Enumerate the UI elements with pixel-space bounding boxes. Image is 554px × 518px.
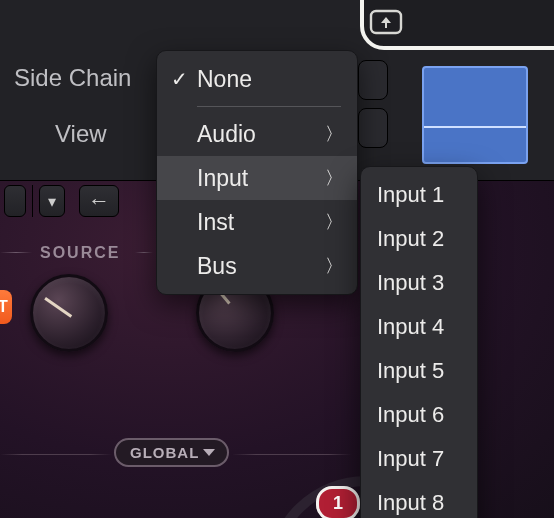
plugin-toolbar: ▾ ← [0, 181, 160, 221]
menu-item-label: None [197, 66, 252, 93]
preset-indicator[interactable]: 1 [316, 486, 360, 518]
view-label: View [55, 120, 107, 148]
submenu-item-label: Input 7 [377, 446, 444, 472]
submenu-item-label: Input 3 [377, 270, 444, 296]
side-chain-selector[interactable] [358, 60, 388, 100]
source-section-title: SOURCE [40, 244, 120, 262]
submenu-item-label: Input 2 [377, 226, 444, 252]
send-to-display-icon[interactable] [368, 8, 404, 36]
decor-line [0, 252, 32, 253]
chevron-down-icon [203, 449, 215, 456]
chevron-right-icon: 〉 [325, 254, 343, 278]
menu-separator [197, 106, 341, 107]
global-label: GLOBAL [130, 444, 199, 461]
submenu-item-input-1[interactable]: Input 1 [361, 173, 477, 217]
menu-item-label: Input [197, 165, 248, 192]
submenu-item-input-2[interactable]: Input 2 [361, 217, 477, 261]
input-submenu: Input 1 Input 2 Input 3 Input 4 Input 5 … [360, 166, 478, 518]
menu-item-none[interactable]: ✓ None [157, 57, 357, 101]
track-clip-region[interactable] [422, 66, 528, 164]
submenu-item-label: Input 6 [377, 402, 444, 428]
submenu-item-input-7[interactable]: Input 7 [361, 437, 477, 481]
toolbar-back-button[interactable]: ← [79, 185, 119, 217]
menu-item-input[interactable]: Input 〉 [157, 156, 357, 200]
view-selector[interactable] [358, 108, 388, 148]
menu-item-label: Audio [197, 121, 256, 148]
chevron-right-icon: 〉 [325, 122, 343, 146]
decor-line [135, 252, 153, 253]
menu-item-bus[interactable]: Bus 〉 [157, 244, 357, 288]
chevron-right-icon: 〉 [325, 210, 343, 234]
chevron-right-icon: 〉 [325, 166, 343, 190]
source-knob-1[interactable] [30, 274, 108, 352]
decor-line [0, 454, 112, 455]
menu-item-inst[interactable]: Inst 〉 [157, 200, 357, 244]
toolbar-more[interactable]: ▾ [39, 185, 65, 217]
menu-item-label: Bus [197, 253, 237, 280]
side-chain-label: Side Chain [14, 64, 131, 92]
menu-item-label: Inst [197, 209, 234, 236]
submenu-item-input-3[interactable]: Input 3 [361, 261, 477, 305]
global-dropdown[interactable]: GLOBAL [114, 438, 229, 467]
toolbar-separator [32, 185, 33, 217]
source-t-button[interactable]: T [0, 290, 12, 324]
submenu-item-input-6[interactable]: Input 6 [361, 393, 477, 437]
toolbar-dropdown[interactable] [4, 185, 26, 217]
submenu-item-input-5[interactable]: Input 5 [361, 349, 477, 393]
submenu-item-label: Input 4 [377, 314, 444, 340]
side-chain-menu: ✓ None Audio 〉 Input 〉 Inst 〉 Bus 〉 [156, 50, 358, 295]
decor-line [232, 454, 352, 455]
menu-item-audio[interactable]: Audio 〉 [157, 112, 357, 156]
checkmark-icon: ✓ [171, 67, 188, 91]
submenu-item-input-4[interactable]: Input 4 [361, 305, 477, 349]
submenu-item-label: Input 8 [377, 490, 444, 516]
submenu-item-label: Input 5 [377, 358, 444, 384]
submenu-item-label: Input 1 [377, 182, 444, 208]
submenu-item-input-8[interactable]: Input 8 [361, 481, 477, 518]
